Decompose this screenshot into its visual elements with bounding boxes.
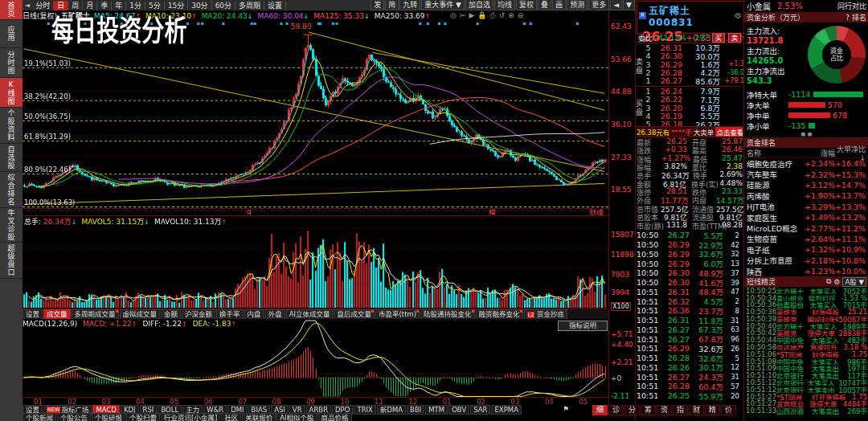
info-tab-个股公告[interactable]: 个股公告 <box>57 413 91 421</box>
mini-tab-资[interactable]: 资 <box>657 405 672 415</box>
rank-row[interactable]: 电子纸+1.32%+10.9% <box>744 244 868 255</box>
toolbar-button-10[interactable]: 更多 <box>588 0 609 10</box>
period-tab-60分[interactable]: 60分 <box>212 1 235 10</box>
fund-rank-link[interactable]: ? 排名 <box>845 12 866 22</box>
indicator-explain-button[interactable]: 指标说明 <box>558 321 608 331</box>
rank-row[interactable]: MicroLED概念+2.77%+11.2% <box>744 223 868 233</box>
genius-row[interactable]: 10:51:09中国中免大笔卖出197手 <box>744 365 868 372</box>
genius-row[interactable]: 10:51:12北京银行大笔卖出10057手 <box>744 386 868 393</box>
rank-row[interactable]: 丙烯酸+1.90%+13.7% <box>744 190 868 201</box>
mini-tab-筹[interactable]: 筹 <box>641 405 656 415</box>
genius-row[interactable]: 10:51:08中国中免大笔买入986手 <box>744 358 868 365</box>
zoom-in-icon[interactable]: ⊕ <box>508 11 514 20</box>
info-tab-个股扫雷[interactable]: 个股扫雷 <box>126 413 160 421</box>
genius-row[interactable]: 10:51:33山西汾酒大笔卖出269手 <box>744 407 868 415</box>
undo-icon[interactable]: ↺ <box>499 11 506 20</box>
mini-tab-指[interactable]: 指 <box>673 405 688 415</box>
genius-row[interactable]: 10:50:44中国中免大笔买入482手 <box>744 337 868 344</box>
mini-tab-诊[interactable]: 诊 <box>608 405 624 415</box>
play-icon[interactable]: ▶ <box>469 11 474 20</box>
mini-tab-价[interactable]: 价 <box>721 405 736 415</box>
rank-row[interactable]: 生物疫苗+2.64%+11.1% <box>744 234 868 244</box>
genius-row[interactable]: 10:51:10北京银行大笔卖出117手 <box>744 372 868 379</box>
rank-row[interactable]: HJT电池+3.29%+13.3% <box>744 202 868 212</box>
mini-tab-精[interactable]: 精 <box>705 405 720 415</box>
rank-col-header[interactable]: 涨幅 <box>805 148 835 158</box>
mini-tab-分[interactable]: 分 <box>624 405 640 415</box>
toolbar-button-11[interactable]: ◄ <box>610 0 622 10</box>
toolbar-button-9[interactable]: 预测 <box>567 0 588 10</box>
rank-row[interactable]: 陕西+1.23%+10.0% <box>744 266 868 276</box>
sidebar-item-自选股[interactable]: 自选股 <box>0 144 23 172</box>
big-order-banner[interactable]: 26.38元有 ****手 大卖单 点击查看 <box>637 126 743 137</box>
sidebar-item-应用[interactable]: 应用 <box>0 20 23 48</box>
genius-row[interactable]: 10:50:36英维克封涨停板25.21 <box>744 309 868 316</box>
toolbar-button-0[interactable]: 发 <box>371 0 384 10</box>
rank-row[interactable]: 汽车整车+2.32%+15.3% <box>744 169 868 179</box>
genius-event-list[interactable]: 10:50:25北方稀土大笔买入7052手10:50:34青山纸业猛烈打压-1.… <box>744 287 868 414</box>
rank-col-header[interactable]: 名称 <box>747 148 805 158</box>
lock-icon[interactable]: 🔒 <box>477 11 486 20</box>
rank-row[interactable]: 家庭医生+1.49%+13.2% <box>744 212 868 223</box>
indicator-tab-EXPMA[interactable]: EXPMA <box>491 405 521 415</box>
eye-icon[interactable]: ◎ <box>450 11 457 20</box>
toolbar-button-4[interactable]: 加自选 <box>465 0 493 10</box>
scissors-icon[interactable]: ✂ <box>460 11 466 20</box>
toolbar-button-6[interactable]: 复权 <box>516 0 537 10</box>
info-tab-个股新闻[interactable]: 个股新闻 <box>23 413 56 421</box>
zoom-out-icon[interactable]: ⊖ <box>518 11 524 20</box>
period-tab-设置[interactable]: 设置 <box>264 1 286 10</box>
sidebar-item-分时图[interactable]: 分时图 <box>0 48 23 78</box>
genius-row[interactable]: 10:50:42英维克涨停大单28838手 <box>744 329 868 337</box>
indicator-tab-新DMA[interactable]: 新DMA <box>377 405 406 415</box>
genius-row[interactable]: 10:50:25北方稀土大笔买入7052手 <box>744 287 868 294</box>
sidebar-item-超级盘口[interactable]: 超级盘口 <box>0 243 23 279</box>
toolbar-button-5[interactable]: 均线 <box>494 0 515 10</box>
genius-row[interactable]: 10:50:34青山纸业猛烈打压-1.53 % <box>744 294 868 301</box>
macd-chart-canvas[interactable] <box>23 319 608 397</box>
gear-icon[interactable]: ⚙ <box>735 11 742 20</box>
sidebar-item-个股资料[interactable]: 个股资料 <box>0 108 23 144</box>
genius-row[interactable]: 10:50:36劲嘉股份大笔买入7015手 <box>744 301 868 309</box>
period-tab-1分[interactable]: 1分 <box>126 1 145 10</box>
indicator-tab-OBV[interactable]: OBV <box>448 405 469 415</box>
sector-name[interactable]: 小金属 <box>747 0 771 12</box>
genius-row[interactable]: 10:50:39英维克瞬间封涨停50067手 <box>744 315 868 322</box>
rank-row[interactable]: 硅能源+3.12%+14.7% <box>744 180 868 190</box>
carousel-dots[interactable]: ● ● <box>744 131 868 137</box>
toolbar-button-2[interactable]: 九转 <box>399 0 420 10</box>
stock-name[interactable]: 五矿稀土 000831 <box>649 3 732 28</box>
mini-tab-细[interactable]: 细 <box>592 405 608 415</box>
sell-button[interactable]: 卖 <box>728 33 741 43</box>
genius-row[interactable]: 10:51:12北京银行大笔买入10747手 <box>744 379 868 386</box>
popout-icon[interactable]: ⧉ <box>826 277 831 286</box>
genius-row[interactable]: 10:51:27*ST同洲打开涨停板1.75 <box>744 393 868 400</box>
sidebar-item-K线图[interactable]: K线图 <box>0 78 23 108</box>
genius-row[interactable]: 10:51:06*ST同洲封涨停板1.75 <box>744 350 868 358</box>
period-tab-5分[interactable]: 5分 <box>145 1 165 10</box>
indicator-tab-SAR[interactable]: SAR <box>470 405 490 415</box>
sidebar-item-牛叉诊股[interactable]: 牛叉诊股 <box>0 208 23 243</box>
period-tab-30分[interactable]: 30分 <box>188 1 211 10</box>
info-tab-商品价格[interactable]: 商品价格 <box>318 413 352 421</box>
flag-icon[interactable]: ⚑ <box>563 405 569 413</box>
sidebar-item-首页[interactable]: 首页 <box>0 0 23 20</box>
volume-chart-canvas[interactable] <box>23 226 608 308</box>
print-icon[interactable]: ⎙ <box>490 11 496 20</box>
rank-row[interactable]: 分拆上市意愿+2.18%+10.8% <box>744 255 868 266</box>
toolbar-button-12[interactable]: ▼ <box>623 0 635 10</box>
genius-row[interactable]: 10:51:27宜宾纸业涨停大单4484手 <box>744 400 868 407</box>
rank-table-header[interactable]: 名称涨幅大单净比↓ <box>744 148 868 158</box>
mini-tab-财[interactable]: 财 <box>689 405 704 415</box>
peer-compare-link[interactable]: 同行对比 <box>837 1 866 11</box>
info-tab-关联报价[interactable]: 关联报价 <box>242 413 276 421</box>
market-dropdown[interactable]: A股 ▼ <box>842 277 866 287</box>
genius-row[interactable]: 10:50:40北方稀土大笔买入1989手 <box>744 322 868 329</box>
tick-row[interactable]: 10:5126.2555.9万20 <box>637 391 743 401</box>
info-tab-个股研报[interactable]: 个股研报 <box>92 413 125 421</box>
indicator-tab-BBI[interactable]: BBI <box>407 405 424 415</box>
period-tab-15分[interactable]: 15分 <box>165 1 188 10</box>
period-tab-年[interactable]: 年 <box>112 1 126 10</box>
info-tab-社区[interactable]: 社区 <box>221 413 241 421</box>
period-tab-周[interactable]: 周 <box>68 1 83 10</box>
